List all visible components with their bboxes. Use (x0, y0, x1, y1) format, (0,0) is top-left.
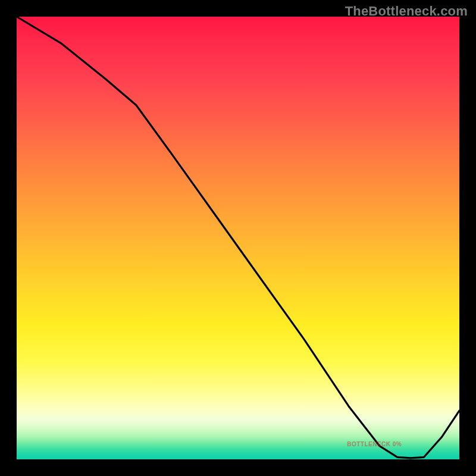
min-bottleneck-annotation: BOTTLENECK 0% (347, 441, 402, 447)
plot-area: BOTTLENECK 0% (17, 17, 459, 459)
bottleneck-curve (17, 17, 459, 459)
chart-stage: TheBottleneck.com BOTTLENECK 0% (0, 0, 476, 476)
